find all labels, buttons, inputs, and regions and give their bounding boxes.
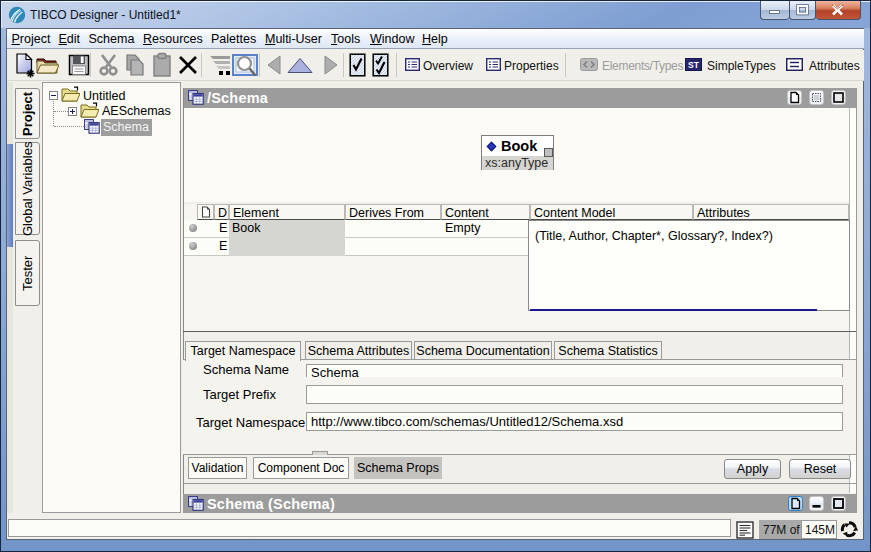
svg-text:ST: ST: [688, 60, 700, 70]
